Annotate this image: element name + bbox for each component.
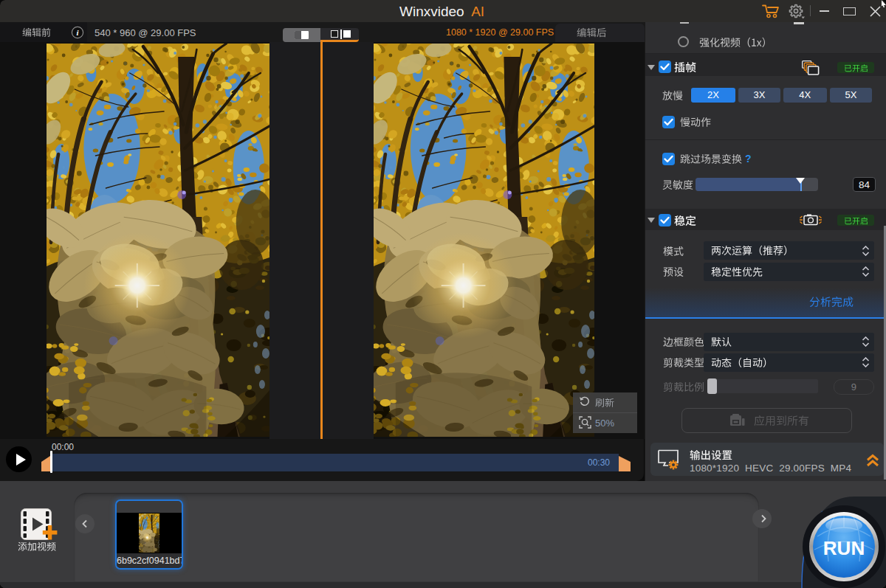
svg-text:RUN: RUN [823, 537, 865, 559]
